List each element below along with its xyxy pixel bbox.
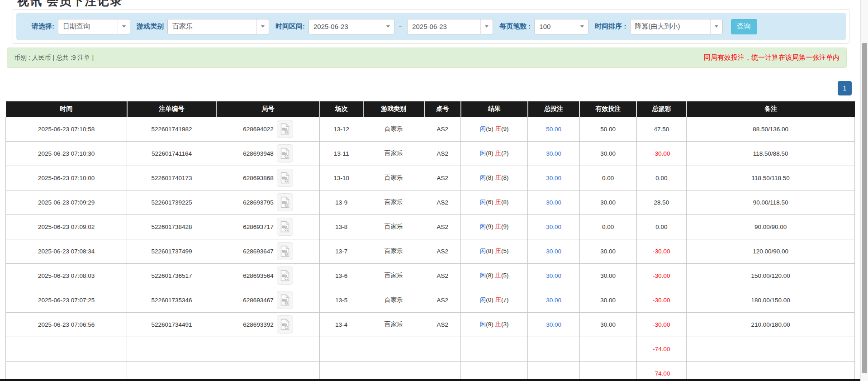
cell-total-bet[interactable]: 50.00 [528, 117, 579, 141]
scrollbar-thumb[interactable] [862, 43, 867, 373]
total-row: 总计9290.00230.00-74.00 [6, 361, 855, 381]
video-record-button[interactable] [277, 144, 293, 162]
cell-result: 闲(8) 庄(2) [461, 141, 528, 166]
cell-total-bet[interactable]: 30.00 [528, 190, 579, 214]
banker-label: 庄 [495, 223, 502, 230]
total-bet-link[interactable]: 30.00 [546, 224, 561, 230]
column-header: 总派彩 [636, 101, 687, 117]
cell-payout: 28.50 [636, 190, 687, 214]
cell-remark: 120.00/90.00 [687, 239, 855, 263]
cell-table-no: AS2 [424, 117, 461, 141]
video-file-icon [280, 245, 290, 257]
player-points: (9) [486, 223, 495, 230]
chevron-down-icon[interactable] [710, 19, 722, 34]
cell-valid-bet: 30.00 [579, 312, 636, 337]
video-record-button[interactable] [277, 315, 293, 333]
date-from-select[interactable]: 2025-06-23 [308, 19, 394, 34]
cell-total-bet[interactable]: 30.00 [528, 239, 579, 263]
chevron-down-icon[interactable] [480, 19, 493, 34]
cell-session: 13-9 [320, 190, 363, 214]
cell-total-bet[interactable]: 30.00 [528, 312, 579, 337]
round-id: 628693948 [243, 150, 274, 157]
video-file-icon [280, 172, 290, 184]
cell-result: 闲(9) 庄(3) [461, 312, 528, 337]
date-to-select[interactable]: 2025-06-23 [407, 19, 493, 34]
video-record-button[interactable] [277, 120, 293, 138]
page-size-select[interactable]: 100 [534, 19, 588, 34]
cell-total-bet[interactable]: 30.00 [528, 141, 579, 166]
query-button[interactable]: 查询 [731, 19, 757, 34]
total-bet-link[interactable]: 30.00 [546, 321, 561, 328]
round-id: 628693392 [243, 321, 274, 328]
table-header-row: 时间注单编号局号场次游戏类别桌号结果总投注有效投注总派彩备注 [6, 101, 855, 117]
video-record-button[interactable] [277, 218, 293, 236]
chevron-down-icon[interactable] [256, 19, 269, 34]
cell-result: 闲(8) 庄(5) [461, 239, 528, 263]
video-record-button[interactable] [277, 193, 293, 211]
next-section-edge [0, 379, 860, 381]
cell-game-type: 百家乐 [363, 239, 424, 263]
pagination: 1 [838, 81, 852, 95]
cell-result: 闲(6) 庄(8) [461, 190, 528, 214]
cell-bet-id: 522601741982 [127, 117, 216, 141]
game-type-select[interactable]: 百家乐 [167, 19, 269, 34]
cell-remark: 150.00/120.00 [687, 263, 855, 288]
total-bet-link[interactable]: 50.00 [546, 126, 561, 133]
table-header-row: 时间注单编号局号场次游戏类别桌号结果总投注有效投注总派彩备注 [6, 101, 855, 117]
cell-total-bet[interactable]: 30.00 [528, 288, 579, 312]
player-points: (8) [486, 174, 495, 181]
cell-bet-id: 522601737499 [127, 239, 216, 263]
video-record-button[interactable] [277, 267, 293, 285]
page-1-button[interactable]: 1 [838, 81, 852, 95]
column-header: 注单编号 [127, 101, 216, 117]
cell-result: 闲(9) 庄(9) [461, 214, 528, 239]
date-range-separator: ~ [399, 23, 403, 30]
table-row: 2025-06-23 07:08:34522601737499628693647… [6, 239, 855, 263]
cell-total-bet[interactable]: 30.00 [528, 263, 579, 288]
video-file-icon [280, 221, 290, 233]
vertical-scrollbar[interactable] [860, 0, 868, 381]
column-header: 有效投注 [579, 101, 636, 117]
cell-total-bet[interactable]: 30.00 [528, 214, 579, 239]
total-bet-link[interactable]: 30.00 [546, 175, 561, 181]
chevron-down-icon[interactable] [118, 19, 130, 34]
sum-empty [424, 337, 461, 361]
cell-game-type: 百家乐 [363, 141, 424, 166]
cell-remark: 88.50/136.00 [687, 117, 855, 141]
video-record-button[interactable] [277, 291, 293, 309]
cell-round: 628693795 [216, 190, 320, 214]
total-bet-link[interactable]: 30.00 [546, 248, 561, 255]
game-type-label: 游戏类别 [137, 22, 164, 31]
cell-payout: -30.00 [636, 263, 687, 288]
video-file-icon [280, 148, 290, 159]
total-bet-link[interactable]: 30.00 [546, 272, 561, 279]
time-sort-select[interactable]: 降冪(由大到小) [630, 19, 723, 34]
cell-time: 2025-06-23 07:08:34 [6, 239, 127, 263]
table-row: 2025-06-23 07:08:03522601736517628693564… [6, 263, 855, 288]
cell-bet-id: 522601735346 [127, 288, 216, 312]
video-record-button[interactable] [277, 169, 293, 187]
cell-total-bet[interactable]: 30.00 [528, 166, 579, 190]
cell-round: 628693948 [216, 141, 320, 166]
cell-game-type: 百家乐 [363, 166, 424, 190]
cell-round: 628693392 [216, 312, 320, 337]
player-label: 闲 [480, 296, 486, 303]
total-bet-link[interactable]: 30.00 [546, 297, 561, 304]
video-record-button[interactable] [277, 242, 293, 260]
sum-label: 小计 [6, 337, 127, 361]
valid-bet-notice: 同局有效投注，统一计算在该局第一张注单内 [704, 53, 840, 62]
total-bet-link[interactable]: 30.00 [546, 150, 561, 157]
cell-session: 13-7 [320, 239, 363, 263]
subtotal-row: 小计9290.00230.00-74.00 [6, 337, 855, 361]
player-label: 闲 [480, 223, 486, 230]
query-type-value: 日期查询 [58, 19, 118, 34]
banker-points: (2) [501, 150, 509, 157]
cell-table-no: AS2 [424, 312, 461, 337]
video-file-icon [280, 319, 290, 330]
chevron-down-icon[interactable] [576, 19, 588, 34]
cell-bet-id: 522601736517 [127, 263, 216, 288]
chevron-down-icon[interactable] [382, 19, 394, 34]
banker-points: (5) [501, 248, 509, 254]
total-bet-link[interactable]: 30.00 [546, 199, 561, 206]
query-type-select[interactable]: 日期查询 [58, 19, 130, 34]
